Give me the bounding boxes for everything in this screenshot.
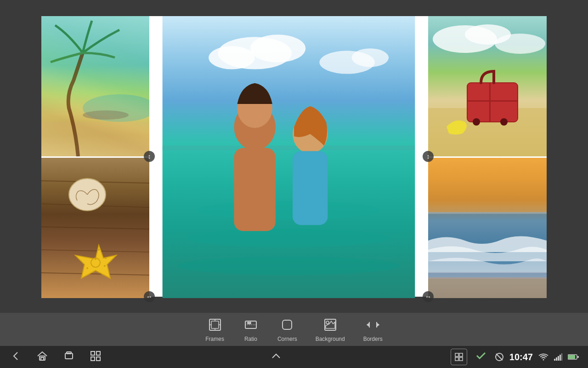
- svg-point-3: [83, 110, 129, 120]
- svg-rect-46: [428, 158, 547, 213]
- toolbar: Frames 4:3 Ratio Corners: [0, 313, 588, 368]
- background-label: Background: [316, 336, 345, 342]
- svg-rect-2: [41, 122, 149, 156]
- svg-rect-76: [96, 357, 100, 361]
- svg-rect-50: [428, 272, 547, 279]
- canvas-area: ↕ ↕ ↔ ↔: [0, 0, 588, 313]
- svg-point-7: [209, 46, 254, 69]
- svg-rect-70: [41, 357, 44, 360]
- svg-rect-80: [459, 357, 463, 361]
- collage-wrapper: ↕ ↕ ↔ ↔: [41, 16, 547, 297]
- borders-label: Borders: [363, 336, 383, 342]
- nav-bar: 10:47: [0, 346, 588, 368]
- corners-tool[interactable]: Corners: [268, 313, 306, 346]
- corners-icon: [279, 316, 295, 333]
- vertical-left-handle[interactable]: ↕: [144, 151, 155, 162]
- horizontal-right-handle[interactable]: ↔: [423, 291, 434, 302]
- svg-rect-79: [455, 357, 458, 361]
- svg-rect-74: [96, 351, 100, 355]
- svg-marker-65: [367, 323, 369, 326]
- svg-rect-47: [428, 212, 547, 214]
- svg-rect-75: [91, 357, 95, 361]
- status-bar: 10:47: [495, 352, 579, 362]
- svg-rect-10: [163, 145, 415, 150]
- wifi-icon: [538, 353, 548, 361]
- svg-rect-85: [558, 356, 559, 361]
- photo-top-right[interactable]: [428, 16, 547, 156]
- recents-button[interactable]: [62, 350, 75, 365]
- battery-icon: [568, 354, 579, 360]
- svg-rect-84: [556, 357, 557, 361]
- svg-point-11: [196, 201, 381, 219]
- svg-rect-89: [568, 355, 575, 359]
- ratio-tool[interactable]: 4:3 Ratio: [233, 313, 268, 346]
- svg-rect-26: [467, 100, 518, 102]
- confirm-button[interactable]: [475, 349, 487, 365]
- svg-text:4:3: 4:3: [247, 322, 251, 324]
- clock: 10:47: [509, 352, 533, 362]
- svg-point-22: [495, 34, 545, 54]
- ratio-label: Ratio: [244, 336, 257, 342]
- svg-point-40: [95, 258, 96, 260]
- svg-rect-24: [467, 83, 518, 122]
- svg-point-13: [178, 257, 399, 275]
- toolbar-main: Frames 4:3 Ratio Corners: [0, 313, 588, 346]
- svg-marker-68: [377, 323, 379, 326]
- frames-label: Frames: [205, 336, 224, 342]
- svg-rect-87: [561, 353, 562, 361]
- svg-rect-52: [211, 321, 219, 328]
- svg-line-82: [496, 354, 503, 360]
- nav-icons: [9, 350, 102, 365]
- photo-bottom-left[interactable]: [41, 158, 149, 298]
- svg-point-42: [105, 257, 107, 259]
- signal-icon: [554, 353, 562, 361]
- svg-rect-60: [283, 320, 292, 329]
- svg-point-29: [500, 118, 508, 126]
- horizontal-left-handle[interactable]: ↔: [144, 291, 155, 302]
- svg-point-44: [86, 267, 88, 269]
- frames-icon: [207, 316, 223, 333]
- svg-point-9: [352, 48, 389, 67]
- svg-point-43: [104, 265, 106, 267]
- svg-rect-15: [234, 148, 275, 231]
- svg-rect-77: [455, 353, 458, 356]
- action-icons: 10:47: [451, 349, 579, 365]
- svg-rect-86: [560, 355, 561, 361]
- svg-rect-73: [91, 351, 95, 355]
- back-button[interactable]: [9, 350, 22, 365]
- svg-point-41: [98, 249, 100, 251]
- background-tool[interactable]: Background: [306, 313, 354, 346]
- photo-top-left[interactable]: [41, 16, 149, 156]
- filter-grid-button[interactable]: [451, 349, 467, 365]
- grid-button[interactable]: [89, 350, 102, 365]
- ratio-icon: 4:3: [243, 316, 259, 333]
- svg-rect-78: [459, 353, 463, 356]
- svg-point-12: [187, 229, 390, 247]
- svg-rect-18: [293, 151, 328, 225]
- borders-tool[interactable]: Borders: [354, 313, 392, 346]
- photo-center[interactable]: [151, 16, 427, 298]
- borders-icon: [365, 316, 381, 333]
- svg-rect-90: [577, 356, 579, 358]
- background-icon: [322, 316, 339, 333]
- svg-rect-69: [40, 356, 45, 360]
- svg-point-62: [326, 321, 329, 324]
- svg-rect-83: [554, 359, 555, 361]
- svg-point-6: [250, 34, 306, 62]
- corners-label: Corners: [277, 336, 297, 342]
- collage-grid: [41, 16, 547, 297]
- frames-tool[interactable]: Frames: [196, 313, 233, 346]
- no-signal-icon: [495, 352, 504, 362]
- home-button[interactable]: [36, 350, 49, 365]
- photo-bottom-right[interactable]: [428, 158, 547, 298]
- svg-point-28: [473, 118, 480, 126]
- vertical-right-handle[interactable]: ↕: [423, 151, 434, 162]
- up-arrow[interactable]: [270, 350, 283, 365]
- svg-rect-27: [489, 83, 491, 122]
- svg-rect-49: [428, 277, 547, 298]
